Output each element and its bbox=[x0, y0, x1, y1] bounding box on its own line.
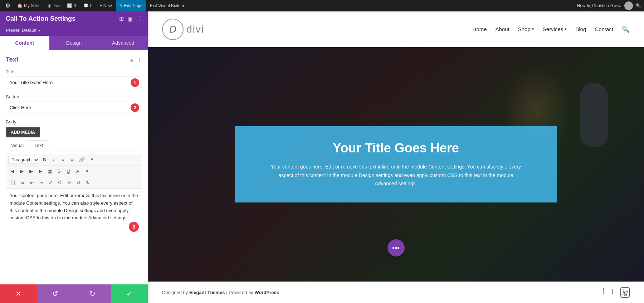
paragraph-select[interactable]: Paragraph bbox=[8, 156, 39, 164]
nav-item-home[interactable]: Home bbox=[472, 26, 487, 32]
add-media-button[interactable]: ADD MEDIA bbox=[6, 127, 40, 137]
new-menu[interactable]: + New bbox=[97, 0, 114, 11]
body-text: Your content goes here. Edit or remove t… bbox=[10, 193, 138, 220]
facebook-icon[interactable]: f bbox=[602, 287, 604, 298]
button-input[interactable] bbox=[6, 102, 142, 113]
undo-button[interactable]: ↺ bbox=[74, 179, 83, 187]
elegant-themes-link[interactable]: Elegant Themes bbox=[189, 290, 225, 295]
align-center-button[interactable]: ▶ bbox=[18, 167, 26, 175]
italic-button[interactable]: I bbox=[49, 156, 58, 164]
title-input-wrap: 1 bbox=[6, 77, 142, 88]
footer-social: f t ig bbox=[602, 287, 630, 298]
outdent-button[interactable]: ⇤ bbox=[28, 179, 36, 187]
editor-content[interactable]: Your content goes here. Edit or remove t… bbox=[6, 189, 142, 235]
logo-text: divi bbox=[186, 24, 204, 35]
paste-text-button[interactable]: 📋 bbox=[8, 179, 18, 187]
nav-item-contact[interactable]: Contact bbox=[595, 26, 613, 32]
align-right-button[interactable]: ▶ bbox=[27, 167, 35, 175]
my-sites-menu[interactable]: 🏠 My Sites bbox=[14, 0, 43, 11]
panel-preset: Preset: Default bbox=[0, 26, 148, 36]
nav-item-shop[interactable]: Shop bbox=[518, 26, 534, 32]
cancel-button[interactable]: ✕ bbox=[0, 284, 37, 303]
toolbar-row-3: 📋 x₂ ⇤ ⇥ ⤢ Ω ☺ ↺ ↻ bbox=[6, 177, 142, 188]
search-icon[interactable]: 🔍 bbox=[636, 3, 641, 8]
admin-bar-right: Howdy, Christina Gwira 🔍 bbox=[577, 1, 641, 10]
redo-button[interactable]: ↻ bbox=[74, 284, 111, 303]
settings-panel: Call To Action Settings ⊞ ▣ ⋮ Preset: De… bbox=[0, 11, 148, 303]
justify-button[interactable]: ▶ bbox=[36, 167, 45, 175]
redo-icon: ↻ bbox=[89, 289, 96, 298]
button-field-group: Button 2 bbox=[6, 94, 142, 113]
panel-body: Text ▲ ⋮ Title 1 Button 2 bbox=[0, 50, 148, 284]
blockquote-button[interactable]: ❝ bbox=[87, 156, 96, 164]
collapse-icon[interactable]: ▲ bbox=[129, 57, 134, 63]
wp-icon[interactable]: 🅦 bbox=[3, 0, 13, 11]
logo-circle: D bbox=[162, 19, 184, 40]
tab-content[interactable]: Content bbox=[0, 36, 49, 50]
fullscreen-button[interactable]: ⤢ bbox=[46, 179, 55, 187]
wordpress-link[interactable]: WordPress bbox=[254, 290, 279, 295]
main-area: Call To Action Settings ⊞ ▣ ⋮ Preset: De… bbox=[0, 11, 644, 303]
section-header-icons: ▲ ⋮ bbox=[129, 57, 142, 63]
editor-toolbar: Paragraph B I ≡ ≡ 🔗 ❝ ◀ ▶ ▶ ▶ ▦ bbox=[6, 154, 142, 189]
text-color-button[interactable]: A bbox=[73, 167, 82, 175]
save-button[interactable]: ✓ bbox=[111, 284, 148, 303]
section-title: Text bbox=[6, 56, 19, 63]
editor-tab-visual[interactable]: Visual bbox=[6, 140, 29, 151]
toolbar-row-2: ◀ ▶ ▶ ▶ ▦ S U A ▾ bbox=[6, 166, 142, 177]
preview-footer: Designed by Elegant Themes | Powered by … bbox=[148, 282, 644, 303]
more-formats-button[interactable]: ▾ bbox=[83, 167, 91, 175]
nav-item-blog[interactable]: Blog bbox=[575, 26, 586, 32]
body-label: Body bbox=[6, 119, 142, 124]
exit-visual-builder-button[interactable]: Exit Visual Builder bbox=[147, 0, 187, 11]
user-greeting: Howdy, Christina Gwira bbox=[577, 3, 621, 8]
preview-hero: Your Title Goes Here Your content goes h… bbox=[148, 47, 644, 282]
table-button[interactable]: ▦ bbox=[45, 167, 54, 175]
nav-menu: Home About Shop Services Blog Contact 🔍 bbox=[472, 25, 630, 33]
edit-page-button[interactable]: ✎ Edit Page bbox=[116, 0, 146, 11]
undo-button[interactable]: ↺ bbox=[37, 284, 74, 303]
underline-button[interactable]: U bbox=[64, 167, 73, 175]
divi-menu[interactable]: ◉ Divi bbox=[45, 0, 63, 11]
redo-button[interactable]: ↻ bbox=[83, 179, 92, 187]
button-input-wrap: 2 bbox=[6, 102, 142, 113]
editor-tab-text[interactable]: Text bbox=[29, 140, 48, 151]
emoji-button[interactable]: ☺ bbox=[65, 179, 73, 187]
cta-title: Your Title Goes Here bbox=[257, 141, 536, 156]
tab-design[interactable]: Design bbox=[49, 36, 99, 50]
strikethrough-button[interactable]: S bbox=[55, 167, 63, 175]
section-more-icon[interactable]: ⋮ bbox=[137, 57, 142, 63]
updates-icon: 🔄 bbox=[67, 3, 72, 8]
fab-menu-button[interactable]: ••• bbox=[387, 239, 405, 256]
tab-advanced[interactable]: Advanced bbox=[98, 36, 148, 50]
nav-search-icon[interactable]: 🔍 bbox=[622, 25, 630, 33]
cancel-icon: ✕ bbox=[15, 289, 21, 298]
updates-menu[interactable]: 🔄 3 bbox=[64, 0, 79, 11]
link-button[interactable]: 🔗 bbox=[77, 156, 87, 164]
special-char-button[interactable]: Ω bbox=[55, 179, 64, 187]
unordered-list-button[interactable]: ≡ bbox=[59, 156, 67, 164]
more-icon[interactable]: ⋮ bbox=[136, 15, 142, 22]
nav-item-services[interactable]: Services bbox=[543, 26, 567, 32]
nav-item-about[interactable]: About bbox=[495, 26, 509, 32]
layout-icon[interactable]: ▣ bbox=[127, 15, 133, 22]
toolbar-row-1: Paragraph B I ≡ ≡ 🔗 ❝ bbox=[6, 154, 142, 166]
grid-icon[interactable]: ⊞ bbox=[119, 15, 124, 22]
panel-header-icons: ⊞ ▣ ⋮ bbox=[119, 15, 142, 22]
title-input[interactable] bbox=[6, 77, 142, 88]
bold-button[interactable]: B bbox=[40, 156, 49, 164]
body-badge: 3 bbox=[129, 222, 139, 232]
twitter-icon[interactable]: t bbox=[611, 287, 614, 298]
body-field-group: Body ADD MEDIA Visual Text bbox=[6, 119, 142, 235]
edit-icon: ✎ bbox=[119, 3, 123, 8]
instagram-icon[interactable]: ig bbox=[620, 287, 630, 298]
panel-title: Call To Action Settings bbox=[6, 15, 75, 23]
editor-tabs: Visual Text bbox=[6, 140, 142, 151]
align-left-button[interactable]: ◀ bbox=[8, 167, 17, 175]
ordered-list-button[interactable]: ≡ bbox=[68, 156, 77, 164]
comments-menu[interactable]: 💬 0 bbox=[80, 0, 96, 11]
user-avatar bbox=[624, 1, 633, 10]
indent-button[interactable]: ⇥ bbox=[37, 179, 45, 187]
subscript-button[interactable]: x₂ bbox=[18, 179, 27, 186]
undo-icon: ↺ bbox=[52, 289, 58, 298]
